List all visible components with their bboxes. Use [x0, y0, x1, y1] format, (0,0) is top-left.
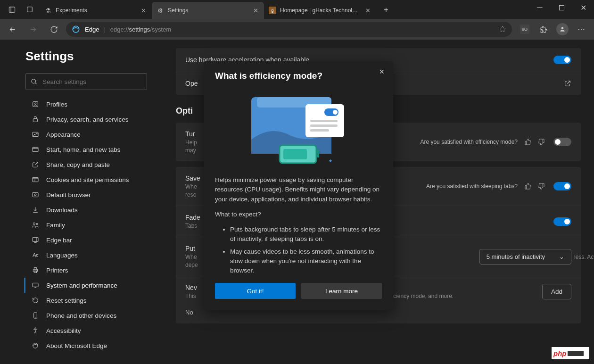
modal-text: Helps minimize power usage by saving com…: [215, 175, 382, 204]
reset-icon: [31, 297, 40, 304]
sidebar-item-family[interactable]: Family: [24, 217, 163, 232]
thumbs-down-icon[interactable]: [536, 181, 547, 192]
refresh-button[interactable]: [45, 21, 62, 38]
modal-text: What to expect?: [215, 210, 382, 219]
sidebar-item-downloads[interactable]: Downloads: [24, 202, 163, 217]
modal-bullet: Puts background tabs to sleep after 5 mi…: [230, 225, 382, 244]
svg-rect-27: [34, 268, 36, 269]
extensions-icon[interactable]: [535, 21, 553, 38]
search-input[interactable]: [42, 78, 142, 85]
close-icon[interactable]: ✕: [252, 7, 259, 14]
address-bar[interactable]: Edge | edge://settings/system: [66, 22, 512, 37]
modal-body: Helps minimize power usage by saving com…: [215, 175, 382, 275]
sidebar-item-appearance[interactable]: Appearance: [24, 127, 163, 142]
nav-label: Default browser: [46, 191, 91, 199]
thumbs-down-icon[interactable]: [536, 136, 547, 148]
menu-button[interactable]: ⋯: [572, 21, 590, 38]
sidebar-item-accessibility[interactable]: Accessibility: [24, 323, 163, 338]
dropdown-label: 5 minutes of inactivity: [487, 253, 545, 260]
titlebar: ⚗ Experiments ✕ ⚙ Settings ✕ g Homepage …: [0, 0, 594, 19]
nav-label: Accessibility: [46, 327, 81, 334]
svg-point-4: [73, 26, 79, 33]
new-tab-button[interactable]: +: [379, 3, 393, 17]
thumbs-up-icon[interactable]: [522, 181, 534, 192]
inactivity-dropdown[interactable]: 5 minutes of inactivity ⌄: [479, 249, 571, 265]
printer-icon: [31, 266, 40, 274]
profile-icon: [31, 100, 40, 108]
url-text: edge://settings/system: [110, 26, 171, 33]
svg-rect-23: [33, 238, 38, 242]
close-button[interactable]: ✕: [572, 0, 594, 15]
nav-label: Phone and other devices: [46, 312, 116, 319]
sidebar-item-phone-and-other-devices[interactable]: Phone and other devices: [24, 308, 163, 323]
hw-accel-toggle[interactable]: [553, 56, 571, 64]
sidebar-item-cookies-and-site-permissions[interactable]: Cookies and site permissions: [24, 172, 163, 187]
tab-actions-icon[interactable]: [4, 2, 20, 17]
svg-rect-43: [310, 129, 329, 132]
nav-label: Edge bar: [46, 237, 72, 244]
search-icon: [31, 78, 38, 85]
share-icon: [31, 161, 40, 168]
tab-experiments[interactable]: ⚗ Experiments ✕: [40, 2, 152, 19]
svg-point-35: [33, 343, 38, 348]
tab-settings[interactable]: ⚙ Settings ✕: [152, 2, 264, 19]
minimize-button[interactable]: ─: [529, 0, 551, 15]
modal-title: What is efficiency mode?: [215, 71, 382, 81]
favorite-icon[interactable]: [499, 25, 506, 33]
sidebar-item-system-and-performance[interactable]: System and performance: [24, 278, 163, 293]
search-box[interactable]: [25, 73, 147, 90]
toolbar: Edge | edge://settings/system uO ⋯: [0, 19, 594, 40]
collections-icon[interactable]: [22, 2, 38, 17]
gear-icon: ⚙: [157, 7, 164, 14]
sidebar-item-start-home-and-new-tabs[interactable]: Start, home, and new tabs: [24, 142, 163, 157]
sidebar-item-about-microsoft-edge[interactable]: About Microsoft Edge: [24, 338, 163, 353]
system-icon: [31, 281, 40, 289]
profile-button[interactable]: [553, 21, 571, 38]
got-it-button[interactable]: Got it!: [215, 283, 296, 299]
watermark-text: php: [553, 349, 567, 357]
sidebar-item-privacy-search-and-services[interactable]: Privacy, search, and services: [24, 112, 163, 127]
nav-label: Downloads: [46, 207, 78, 214]
maximize-button[interactable]: [551, 0, 572, 15]
sidebar-item-share-copy-and-paste[interactable]: Share, copy and paste: [24, 157, 163, 172]
svg-rect-0: [9, 7, 15, 12]
sidebar-item-default-browser[interactable]: Default browser: [24, 187, 163, 202]
modal-close-button[interactable]: ✕: [377, 67, 387, 76]
add-button[interactable]: Add: [542, 284, 571, 299]
nav-label: Profiles: [46, 101, 67, 108]
nav-label: Languages: [46, 252, 78, 259]
sleeping-toggle[interactable]: [553, 182, 571, 190]
learn-more-button[interactable]: Learn more: [301, 283, 382, 299]
svg-point-9: [34, 103, 36, 104]
back-button[interactable]: [4, 21, 21, 38]
adblock-icon[interactable]: uO: [516, 21, 534, 38]
thumbs-up-icon[interactable]: [522, 136, 534, 148]
svg-point-34: [35, 328, 36, 329]
svg-rect-29: [33, 283, 38, 287]
access-icon: [31, 327, 40, 334]
sidebar-item-printers[interactable]: Printers: [24, 263, 163, 278]
sidebar-item-reset-settings[interactable]: Reset settings: [24, 293, 163, 308]
favicon-icon: g: [269, 7, 276, 14]
close-icon[interactable]: ✕: [364, 7, 371, 14]
sidebar-item-profiles[interactable]: Profiles: [24, 97, 163, 112]
nav-label: System and performance: [46, 282, 117, 289]
flask-icon: ⚗: [44, 7, 52, 14]
close-icon[interactable]: ✕: [140, 7, 147, 14]
edge-icon: [72, 25, 80, 33]
svg-rect-26: [33, 269, 37, 272]
fade-toggle[interactable]: [553, 217, 571, 226]
chevron-down-icon: ⌄: [559, 253, 564, 260]
forward-button[interactable]: [25, 21, 41, 38]
edge-icon: [31, 342, 40, 349]
nav-label: Reset settings: [46, 297, 87, 304]
svg-rect-10: [33, 119, 37, 122]
sidebar-item-languages[interactable]: Languages: [24, 248, 163, 263]
tab-ghacks[interactable]: g Homepage | gHacks Technology ✕: [264, 2, 376, 19]
feedback-label: Are you satisfied with sleeping tabs?: [426, 183, 518, 190]
efficiency-toggle[interactable]: [553, 138, 571, 146]
page-title: Settings: [25, 49, 163, 64]
sidebar-item-edge-bar[interactable]: Edge bar: [24, 232, 163, 248]
svg-rect-11: [33, 132, 38, 136]
svg-rect-3: [559, 5, 564, 10]
